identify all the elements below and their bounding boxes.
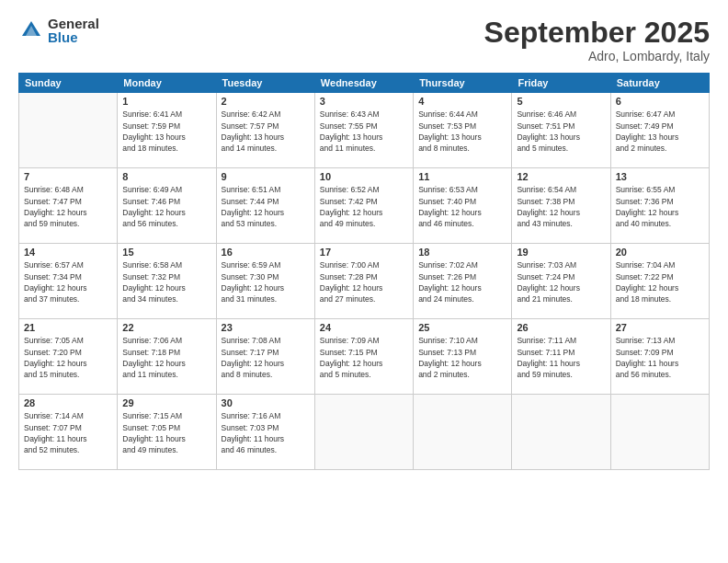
calendar-day-cell [314,395,413,470]
day-number: 8 [122,171,210,182]
day-info: Sunrise: 6:44 AMSunset: 7:53 PMDaylight:… [418,109,506,154]
calendar-day-cell: 19Sunrise: 7:03 AMSunset: 7:24 PMDayligh… [512,244,610,319]
day-info: Sunrise: 6:59 AMSunset: 7:30 PMDaylight:… [222,259,310,304]
day-info: Sunrise: 7:06 AMSunset: 7:18 PMDaylight:… [122,335,210,380]
day-number: 29 [122,397,210,408]
calendar-day-cell: 16Sunrise: 6:59 AMSunset: 7:30 PMDayligh… [216,244,314,319]
calendar-day-cell: 24Sunrise: 7:09 AMSunset: 7:15 PMDayligh… [314,319,413,395]
day-number: 11 [418,171,506,182]
month-title: September 2025 [484,17,710,49]
calendar-day-cell: 11Sunrise: 6:53 AMSunset: 7:40 PMDayligh… [414,168,512,244]
calendar-col-header: Wednesday [314,74,413,93]
calendar-header-row: SundayMondayTuesdayWednesdayThursdayFrid… [19,74,710,93]
day-info: Sunrise: 7:03 AMSunset: 7:24 PMDaylight:… [517,259,605,304]
day-info: Sunrise: 6:48 AMSunset: 7:47 PMDaylight:… [24,184,112,229]
day-info: Sunrise: 7:04 AMSunset: 7:22 PMDaylight:… [616,259,704,304]
calendar-day-cell: 21Sunrise: 7:05 AMSunset: 7:20 PMDayligh… [19,319,118,395]
calendar-day-cell: 15Sunrise: 6:58 AMSunset: 7:32 PMDayligh… [118,244,216,319]
logo-icon [18,17,44,43]
calendar-day-cell: 12Sunrise: 6:54 AMSunset: 7:38 PMDayligh… [512,168,610,244]
calendar-day-cell: 9Sunrise: 6:51 AMSunset: 7:44 PMDaylight… [216,168,314,244]
day-info: Sunrise: 6:43 AMSunset: 7:55 PMDaylight:… [320,109,408,154]
calendar-day-cell [414,395,512,470]
calendar-day-cell: 5Sunrise: 6:46 AMSunset: 7:51 PMDaylight… [512,93,610,168]
calendar-day-cell: 4Sunrise: 6:44 AMSunset: 7:53 PMDaylight… [414,93,512,168]
day-number: 6 [616,96,704,107]
day-info: Sunrise: 6:53 AMSunset: 7:40 PMDaylight:… [418,184,506,229]
calendar-col-header: Tuesday [216,74,314,93]
day-info: Sunrise: 6:47 AMSunset: 7:49 PMDaylight:… [616,109,704,154]
calendar-week-row: 14Sunrise: 6:57 AMSunset: 7:34 PMDayligh… [19,244,710,319]
day-number: 18 [418,247,506,258]
day-number: 12 [517,171,605,182]
day-number: 24 [320,322,408,333]
day-info: Sunrise: 6:46 AMSunset: 7:51 PMDaylight:… [517,109,605,154]
calendar-day-cell: 14Sunrise: 6:57 AMSunset: 7:34 PMDayligh… [19,244,118,319]
day-number: 19 [517,247,605,258]
logo: General Blue [18,17,99,44]
day-number: 30 [222,397,310,408]
day-number: 7 [24,171,112,182]
title-block: September 2025 Adro, Lombardy, Italy [484,17,710,63]
day-info: Sunrise: 7:11 AMSunset: 7:11 PMDaylight:… [517,335,605,380]
logo-blue: Blue [48,30,99,44]
calendar-col-header: Friday [512,74,610,93]
day-number: 27 [616,322,704,333]
day-number: 20 [616,247,704,258]
calendar-col-header: Saturday [610,74,709,93]
calendar-table: SundayMondayTuesdayWednesdayThursdayFrid… [18,73,710,470]
calendar-day-cell [610,395,709,470]
day-number: 28 [24,397,112,408]
day-info: Sunrise: 7:10 AMSunset: 7:13 PMDaylight:… [418,335,506,380]
logo-general: General [48,17,99,30]
calendar-day-cell: 22Sunrise: 7:06 AMSunset: 7:18 PMDayligh… [118,319,216,395]
calendar-day-cell: 8Sunrise: 6:49 AMSunset: 7:46 PMDaylight… [118,168,216,244]
calendar-day-cell [512,395,610,470]
day-info: Sunrise: 6:49 AMSunset: 7:46 PMDaylight:… [122,184,210,229]
calendar-day-cell: 10Sunrise: 6:52 AMSunset: 7:42 PMDayligh… [314,168,413,244]
calendar-day-cell: 28Sunrise: 7:14 AMSunset: 7:07 PMDayligh… [19,395,118,470]
day-info: Sunrise: 7:15 AMSunset: 7:05 PMDaylight:… [122,410,210,455]
header: General Blue September 2025 Adro, Lombar… [18,17,710,63]
calendar-day-cell: 25Sunrise: 7:10 AMSunset: 7:13 PMDayligh… [414,319,512,395]
day-info: Sunrise: 6:41 AMSunset: 7:59 PMDaylight:… [122,109,210,154]
calendar-day-cell: 23Sunrise: 7:08 AMSunset: 7:17 PMDayligh… [216,319,314,395]
day-info: Sunrise: 6:42 AMSunset: 7:57 PMDaylight:… [222,109,310,154]
day-number: 21 [24,322,112,333]
calendar-week-row: 28Sunrise: 7:14 AMSunset: 7:07 PMDayligh… [19,395,710,470]
day-info: Sunrise: 6:52 AMSunset: 7:42 PMDaylight:… [320,184,408,229]
day-number: 3 [320,96,408,107]
calendar-day-cell: 18Sunrise: 7:02 AMSunset: 7:26 PMDayligh… [414,244,512,319]
day-number: 17 [320,247,408,258]
logo-text: General Blue [48,17,99,44]
calendar-col-header: Sunday [19,74,118,93]
day-number: 15 [122,247,210,258]
day-info: Sunrise: 6:54 AMSunset: 7:38 PMDaylight:… [517,184,605,229]
calendar-week-row: 7Sunrise: 6:48 AMSunset: 7:47 PMDaylight… [19,168,710,244]
calendar-col-header: Monday [118,74,216,93]
calendar-day-cell: 1Sunrise: 6:41 AMSunset: 7:59 PMDaylight… [118,93,216,168]
location: Adro, Lombardy, Italy [484,49,710,63]
day-number: 16 [222,247,310,258]
day-number: 10 [320,171,408,182]
day-number: 26 [517,322,605,333]
day-info: Sunrise: 7:13 AMSunset: 7:09 PMDaylight:… [616,335,704,380]
day-info: Sunrise: 6:58 AMSunset: 7:32 PMDaylight:… [122,259,210,304]
day-info: Sunrise: 6:57 AMSunset: 7:34 PMDaylight:… [24,259,112,304]
calendar-day-cell: 3Sunrise: 6:43 AMSunset: 7:55 PMDaylight… [314,93,413,168]
day-info: Sunrise: 7:00 AMSunset: 7:28 PMDaylight:… [320,259,408,304]
day-info: Sunrise: 7:05 AMSunset: 7:20 PMDaylight:… [24,335,112,380]
calendar-week-row: 1Sunrise: 6:41 AMSunset: 7:59 PMDaylight… [19,93,710,168]
calendar-day-cell: 6Sunrise: 6:47 AMSunset: 7:49 PMDaylight… [610,93,709,168]
day-info: Sunrise: 6:51 AMSunset: 7:44 PMDaylight:… [222,184,310,229]
day-number: 5 [517,96,605,107]
day-info: Sunrise: 6:55 AMSunset: 7:36 PMDaylight:… [616,184,704,229]
day-info: Sunrise: 7:09 AMSunset: 7:15 PMDaylight:… [320,335,408,380]
calendar-day-cell: 17Sunrise: 7:00 AMSunset: 7:28 PMDayligh… [314,244,413,319]
calendar-day-cell [19,93,118,168]
calendar-day-cell: 30Sunrise: 7:16 AMSunset: 7:03 PMDayligh… [216,395,314,470]
calendar-day-cell: 7Sunrise: 6:48 AMSunset: 7:47 PMDaylight… [19,168,118,244]
day-number: 2 [222,96,310,107]
day-number: 13 [616,171,704,182]
day-number: 23 [222,322,310,333]
